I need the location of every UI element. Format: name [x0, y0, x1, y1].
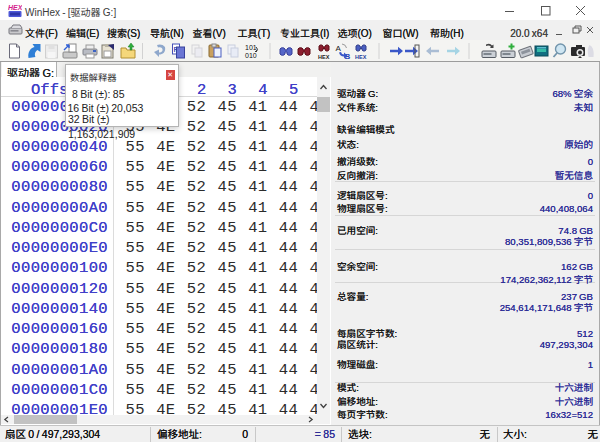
svg-text:HEX: HEX	[8, 4, 22, 11]
svg-text:010: 010	[245, 52, 257, 59]
svg-text:101: 101	[245, 44, 257, 51]
svg-text:A: A	[336, 44, 342, 53]
svg-text:HEX: HEX	[318, 54, 330, 60]
svg-text:HEX: HEX	[355, 54, 367, 60]
